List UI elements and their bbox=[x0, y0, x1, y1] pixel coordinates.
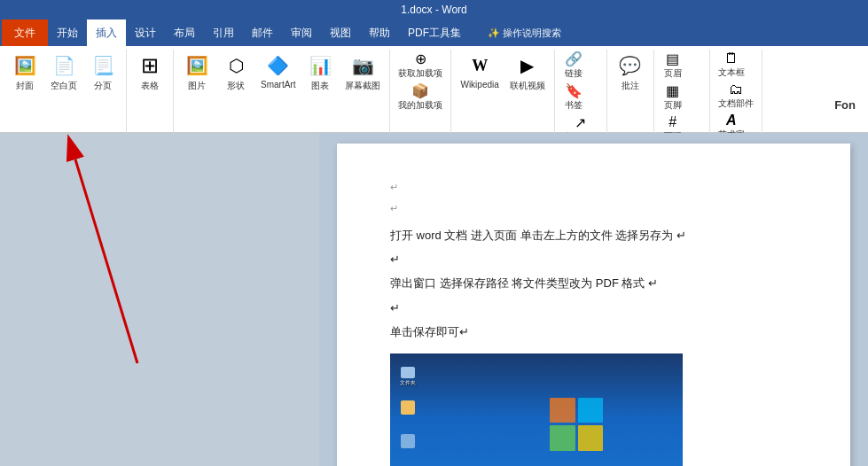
desktop-icons: 文件夹 bbox=[397, 367, 418, 466]
desktop-icon-1: 文件夹 bbox=[397, 367, 418, 388]
bookmark-icon: 🔖 bbox=[565, 82, 583, 99]
myaddin-button[interactable]: 📦 我的加载项 bbox=[395, 82, 445, 113]
table-label: 表格 bbox=[141, 80, 159, 92]
window-title: 1.docx - Word bbox=[401, 4, 466, 16]
getaddin-button[interactable]: ⊕ 获取加载项 bbox=[395, 50, 445, 81]
link-icon: 🔗 bbox=[565, 50, 583, 67]
bookmark-button[interactable]: 🔖 书签 bbox=[560, 82, 587, 113]
win-screenshot: 文件夹 bbox=[390, 353, 683, 466]
menu-design[interactable]: 设计 bbox=[126, 19, 165, 46]
blank-icon: 📄 bbox=[50, 51, 78, 80]
paragraph-4: ↵ bbox=[390, 298, 806, 318]
table-icon: ⊞ bbox=[136, 51, 164, 80]
crossref-icon: ↗ bbox=[575, 114, 586, 131]
menu-view[interactable]: 视图 bbox=[321, 19, 360, 46]
menu-file[interactable]: 文件 bbox=[2, 19, 48, 46]
link-button[interactable]: 🔗 链接 bbox=[560, 50, 587, 81]
header-icon: ▤ bbox=[666, 50, 679, 67]
footer-label: 页脚 bbox=[664, 99, 682, 112]
myaddin-label: 我的加载项 bbox=[398, 99, 442, 112]
footer-button[interactable]: ▦ 页脚 bbox=[660, 82, 686, 113]
pagebreak-icon: 📃 bbox=[89, 51, 117, 80]
screenshot-button[interactable]: 📷 屏幕截图 bbox=[341, 50, 384, 94]
textbox-button[interactable]: 🗒 文本框 bbox=[716, 50, 747, 80]
paragraph-5: 单击保存即可↵ bbox=[390, 322, 806, 342]
menu-home[interactable]: 开始 bbox=[48, 19, 87, 46]
pagenumber-icon: # bbox=[669, 114, 676, 130]
menu-help[interactable]: 帮助 bbox=[360, 19, 399, 46]
headerfooter-buttons: ▤ 页眉 ▦ 页脚 # 页码 bbox=[660, 50, 704, 146]
header-label: 页眉 bbox=[664, 67, 682, 80]
pagebreak-label: 分页 bbox=[94, 80, 112, 92]
image-label: 图片 bbox=[188, 80, 206, 92]
ribbon: 🖼️ 封面 📄 空白页 📃 分页 页面 ⊞ 表格 bbox=[0, 46, 868, 133]
menu-layout[interactable]: 布局 bbox=[165, 19, 204, 46]
embedded-image: 文件夹 bbox=[390, 353, 683, 466]
wikipedia-icon: W bbox=[465, 51, 494, 80]
para-mark-top: ↵ bbox=[390, 179, 806, 197]
pages-buttons: 🖼️ 封面 📄 空白页 📃 分页 bbox=[7, 50, 121, 146]
smartart-button[interactable]: 🔷 SmartArt bbox=[257, 50, 299, 91]
arrow-overlay bbox=[0, 133, 319, 466]
paragraph-1: 打开 word 文档 进入页面 单击左上方的文件 选择另存为 ↵ bbox=[390, 225, 806, 245]
myaddin-icon: 📦 bbox=[411, 82, 429, 99]
comment-icon: 💬 bbox=[616, 51, 645, 80]
menu-mail[interactable]: 邮件 bbox=[243, 19, 282, 46]
quickparts-button[interactable]: 🗂 文档部件 bbox=[716, 81, 756, 111]
quickparts-icon: 🗂 bbox=[729, 82, 743, 97]
doc-area[interactable]: ↵ ↵ 打开 word 文档 进入页面 单击左上方的文件 选择另存为 ↵ ↵ 弹… bbox=[319, 133, 868, 466]
text-buttons: 🗒 文本框 🗂 文档部件 A 艺术字 bbox=[716, 50, 756, 146]
menu-search[interactable]: ✨ 操作说明搜索 bbox=[479, 19, 570, 46]
footer-icon: ▦ bbox=[666, 82, 679, 99]
smartart-label: SmartArt bbox=[261, 80, 295, 89]
doc-page: ↵ ↵ 打开 word 文档 进入页面 单击左上方的文件 选择另存为 ↵ ↵ 弹… bbox=[337, 144, 850, 466]
getaddin-icon: ⊕ bbox=[415, 50, 426, 67]
blank-button[interactable]: 📄 空白页 bbox=[46, 50, 82, 94]
main-area: ↵ ↵ 打开 word 文档 进入页面 单击左上方的文件 选择另存为 ↵ ↵ 弹… bbox=[0, 133, 868, 466]
paragraph-3: 弹出窗口 选择保存路径 将文件类型改为 PDF 格式 ↵ bbox=[390, 273, 806, 293]
menu-pdf[interactable]: PDF工具集 bbox=[399, 19, 470, 46]
bookmark-label: 书签 bbox=[565, 99, 583, 112]
media-buttons: W Wikipedia ▶ 联机视频 bbox=[457, 50, 548, 146]
textbox-label: 文本框 bbox=[718, 66, 745, 79]
chart-icon: 📊 bbox=[306, 51, 334, 80]
addins-buttons: ⊕ 获取加载项 📦 我的加载项 bbox=[395, 50, 445, 146]
cover-icon: 🖼️ bbox=[11, 51, 39, 80]
quickparts-label: 文档部件 bbox=[718, 97, 754, 110]
table-button[interactable]: ⊞ 表格 bbox=[132, 50, 168, 94]
header-button[interactable]: ▤ 页眉 bbox=[660, 50, 686, 81]
comment-button[interactable]: 💬 批注 bbox=[613, 50, 648, 94]
paragraph-2: ↵ bbox=[390, 249, 806, 269]
onlinevideo-label: 联机视频 bbox=[510, 80, 545, 92]
onlinevideo-button[interactable]: ▶ 联机视频 bbox=[506, 50, 549, 94]
screenshot-icon: 📷 bbox=[348, 51, 377, 80]
para-mark-top2: ↵ bbox=[390, 200, 806, 218]
pagebreak-button[interactable]: 📃 分页 bbox=[85, 50, 121, 94]
fon-text: Fon bbox=[834, 98, 856, 112]
wordart-icon: A bbox=[726, 113, 737, 128]
chart-button[interactable]: 📊 图表 bbox=[302, 50, 338, 94]
shape-button[interactable]: ⬡ 形状 bbox=[218, 50, 254, 94]
links-buttons: 🔗 链接 🔖 书签 ↗ 交叉引用 bbox=[560, 50, 601, 146]
chart-label: 图表 bbox=[311, 80, 329, 92]
comments-buttons: 💬 批注 bbox=[613, 50, 648, 146]
desktop-icon-3 bbox=[397, 434, 418, 455]
desktop-icon-2 bbox=[397, 400, 418, 422]
cover-label: 封面 bbox=[16, 80, 34, 92]
menu-review[interactable]: 审阅 bbox=[282, 19, 321, 46]
getaddin-label: 获取加载项 bbox=[398, 67, 442, 80]
table-buttons: ⊞ 表格 bbox=[132, 50, 168, 146]
image-button[interactable]: 🖼️ 图片 bbox=[179, 50, 215, 94]
left-panel bbox=[0, 133, 319, 466]
cover-button[interactable]: 🖼️ 封面 bbox=[7, 50, 43, 94]
blank-label: 空白页 bbox=[51, 80, 77, 92]
menu-refs[interactable]: 引用 bbox=[204, 19, 243, 46]
link-label: 链接 bbox=[565, 67, 583, 80]
wikipedia-button[interactable]: W Wikipedia bbox=[457, 50, 502, 91]
textbox-icon: 🗒 bbox=[724, 50, 739, 66]
shape-label: 形状 bbox=[227, 80, 245, 92]
win-center-logo bbox=[550, 398, 603, 451]
onlinevideo-icon: ▶ bbox=[513, 51, 542, 80]
menu-insert[interactable]: 插入 bbox=[87, 19, 126, 46]
comment-label: 批注 bbox=[622, 80, 639, 92]
